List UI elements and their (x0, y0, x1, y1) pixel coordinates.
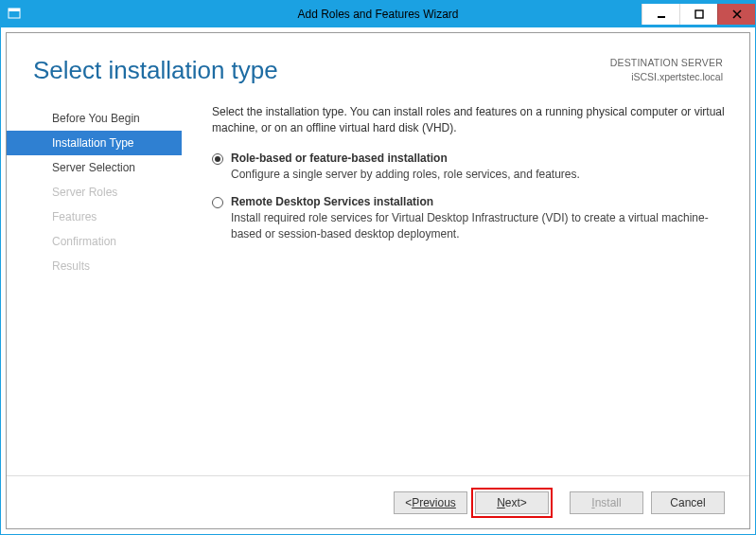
cancel-button[interactable]: Cancel (651, 491, 725, 514)
option-desc: Install required role services for Virtu… (231, 210, 725, 242)
app-icon (7, 7, 22, 22)
sidebar-item-results: Results (7, 254, 182, 278)
option-title: Remote Desktop Services installation (231, 195, 725, 208)
option-text: Role-based or feature-based installation… (231, 152, 725, 183)
previous-label: Previous (412, 496, 456, 509)
radio-remote-desktop[interactable] (212, 197, 223, 208)
page-title: Select installation type (33, 56, 278, 85)
sidebar-item-server-roles: Server Roles (7, 180, 182, 205)
sidebar-item-features: Features (7, 205, 182, 229)
wizard-window: Add Roles and Features Wizard Select ins… (0, 0, 756, 535)
wizard-footer: < Previous Next > Install Cancel (7, 475, 749, 528)
destination-server-name: iSCSI.xpertstec.local (610, 70, 723, 84)
main-row: Before You Begin Installation Type Serve… (7, 93, 749, 475)
destination-label: DESTINATION SERVER (610, 56, 723, 70)
install-label: nstall (595, 496, 622, 509)
next-underline: N (497, 496, 505, 509)
window-controls (642, 4, 755, 25)
wizard-steps-sidebar: Before You Begin Installation Type Serve… (7, 100, 182, 475)
option-role-based[interactable]: Role-based or feature-based installation… (212, 152, 725, 183)
previous-button[interactable]: < Previous (394, 491, 467, 514)
sidebar-item-before-you-begin[interactable]: Before You Begin (7, 106, 182, 131)
next-button[interactable]: Next > (475, 491, 549, 514)
install-button: Install (570, 491, 643, 514)
option-title: Role-based or feature-based installation (231, 152, 725, 165)
sidebar-item-installation-type[interactable]: Installation Type (7, 131, 182, 155)
header: Select installation type DESTINATION SER… (7, 33, 749, 93)
sidebar-item-server-selection[interactable]: Server Selection (7, 155, 182, 180)
option-text: Remote Desktop Services installation Ins… (231, 195, 725, 242)
minimize-button[interactable] (642, 4, 679, 25)
destination-server-info: DESTINATION SERVER iSCSI.xpertstec.local (610, 56, 723, 83)
window-title: Add Roles and Features Wizard (297, 8, 458, 21)
svg-rect-2 (658, 16, 665, 18)
sidebar-item-confirmation: Confirmation (7, 229, 182, 254)
radio-role-based[interactable] (212, 153, 223, 165)
titlebar[interactable]: Add Roles and Features Wizard (1, 1, 755, 27)
svg-rect-3 (695, 10, 703, 18)
main-content: Select the installation type. You can in… (182, 100, 749, 475)
intro-text: Select the installation type. You can in… (212, 104, 725, 136)
maximize-button[interactable] (679, 4, 717, 25)
content-frame: Select installation type DESTINATION SER… (6, 32, 750, 529)
option-desc: Configure a single server by adding role… (231, 167, 725, 183)
option-remote-desktop[interactable]: Remote Desktop Services installation Ins… (212, 195, 725, 242)
next-label: ext (505, 496, 520, 509)
svg-rect-1 (9, 9, 20, 11)
close-button[interactable] (717, 4, 755, 25)
